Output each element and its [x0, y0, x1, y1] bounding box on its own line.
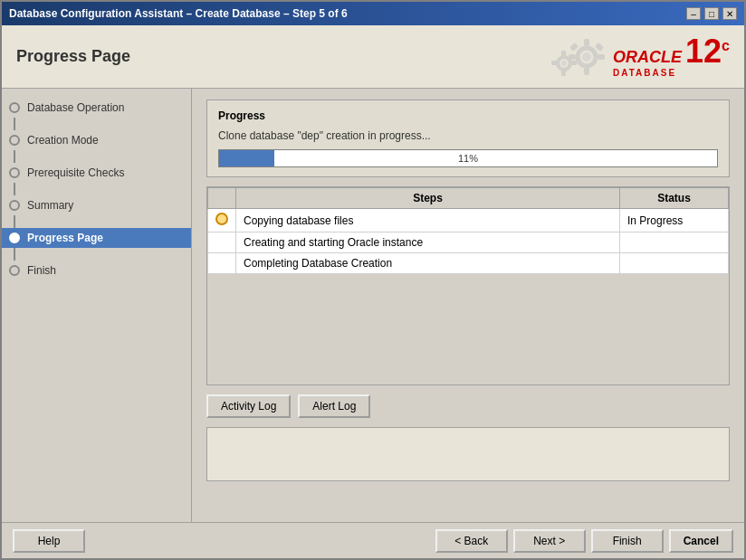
alert-log-button[interactable]: Alert Log: [298, 394, 370, 418]
content-area: Database Operation Creation Mode Prerequ…: [2, 89, 744, 522]
oracle-logo: ORACLE 12c DATABASE: [537, 34, 730, 80]
title-bar: Database Configuration Assistant – Creat…: [2, 2, 744, 25]
nav-line-4: [14, 215, 15, 228]
step-status-1: In Progress: [620, 209, 729, 233]
activity-log-button[interactable]: Activity Log: [206, 394, 291, 418]
svg-point-13: [561, 61, 567, 66]
sidebar-item-progress-page[interactable]: Progress Page: [2, 228, 191, 248]
sidebar-label-5: Progress Page: [27, 232, 103, 244]
log-area: [206, 427, 730, 481]
sidebar-item-database-operation[interactable]: Database Operation: [2, 98, 191, 118]
nav-dot-5: [9, 233, 20, 243]
gear-icon: [537, 34, 609, 80]
close-button[interactable]: ✕: [722, 7, 737, 20]
main-window: Database Configuration Assistant – Creat…: [0, 0, 746, 560]
sidebar-label-3: Prerequisite Checks: [27, 166, 124, 179]
progress-bar-fill: [219, 150, 274, 166]
finish-button[interactable]: Finish: [591, 529, 664, 553]
sidebar-item-creation-mode[interactable]: Creation Mode: [2, 130, 191, 150]
nav-dot-6: [9, 265, 20, 276]
steps-table: Steps Status Copying database files In P…: [207, 187, 729, 274]
window-title: Database Configuration Assistant – Creat…: [9, 7, 348, 20]
step-icon-cell-3: [208, 253, 236, 274]
sidebar: Database Operation Creation Mode Prerequ…: [2, 89, 192, 522]
nav-line-1: [14, 118, 15, 130]
step-icon-cell: [208, 209, 236, 233]
table-row: Creating and starting Oracle instance: [208, 233, 729, 253]
main-content: Progress Clone database "dep" creation i…: [192, 89, 744, 522]
svg-rect-10: [561, 71, 566, 76]
svg-rect-2: [584, 68, 589, 75]
col-steps: Steps: [236, 188, 620, 209]
step-name-1: Copying database files: [236, 209, 620, 233]
sidebar-label-4: Summary: [27, 199, 73, 212]
svg-rect-9: [561, 51, 566, 56]
col-status: Status: [620, 188, 729, 209]
steps-table-container: Steps Status Copying database files In P…: [206, 186, 730, 385]
nav-line-2: [14, 150, 15, 163]
step-status-3: [620, 253, 729, 274]
nav-line-5: [14, 248, 15, 261]
nav-dot-1: [9, 102, 20, 113]
progress-message: Clone database "dep" creation in progres…: [218, 129, 718, 142]
sidebar-item-summary[interactable]: Summary: [2, 195, 191, 215]
sidebar-label-1: Database Operation: [27, 101, 124, 114]
oracle-brand: ORACLE 12c DATABASE: [613, 35, 730, 78]
window-controls: – □ ✕: [686, 7, 737, 20]
back-button[interactable]: < Back: [435, 529, 508, 553]
nav-dot-3: [9, 167, 20, 178]
footer-nav-buttons: < Back Next > Finish Cancel: [435, 529, 733, 553]
maximize-button[interactable]: □: [704, 7, 719, 20]
sidebar-label-6: Finish: [27, 264, 56, 277]
minimize-button[interactable]: –: [686, 7, 701, 20]
sidebar-item-finish[interactable]: Finish: [2, 261, 191, 280]
svg-rect-1: [584, 39, 589, 46]
nav-dot-4: [9, 200, 20, 211]
progress-percent: 11%: [458, 153, 478, 164]
svg-rect-5: [569, 43, 579, 52]
step-status-2: [620, 233, 729, 253]
svg-rect-6: [595, 43, 604, 52]
nav-dot-2: [9, 135, 20, 146]
oracle-version: 12c: [685, 35, 730, 68]
table-row: Completing Database Creation: [208, 253, 729, 274]
step-name-2: Creating and starting Oracle instance: [236, 233, 620, 253]
sidebar-item-prerequisite-checks[interactable]: Prerequisite Checks: [2, 163, 191, 183]
next-button[interactable]: Next >: [513, 529, 586, 553]
step-name-3: Completing Database Creation: [236, 253, 620, 274]
header: Progress Page: [2, 25, 744, 89]
progress-group-title: Progress: [218, 109, 718, 122]
oracle-text: ORACLE: [613, 48, 682, 67]
col-icon: [208, 188, 236, 209]
svg-rect-11: [551, 61, 557, 65]
table-row: Copying database files In Progress: [208, 209, 729, 233]
progress-group: Progress Clone database "dep" creation i…: [206, 100, 730, 177]
svg-point-7: [582, 52, 591, 62]
steps-tbody: Copying database files In Progress Creat…: [208, 209, 729, 274]
step-icon-cell-2: [208, 233, 236, 253]
sidebar-label-2: Creation Mode: [27, 134, 99, 147]
nav-line-3: [14, 183, 15, 195]
svg-rect-4: [598, 54, 605, 60]
cancel-button[interactable]: Cancel: [669, 529, 733, 553]
oracle-database-label: DATABASE: [613, 68, 676, 78]
progress-bar-container: 11%: [218, 149, 718, 167]
footer: Help < Back Next > Finish Cancel: [2, 522, 744, 558]
page-title: Progress Page: [16, 47, 130, 66]
log-button-row: Activity Log Alert Log: [206, 394, 730, 418]
svg-rect-12: [571, 61, 577, 65]
help-button[interactable]: Help: [13, 529, 85, 553]
nav-list: Database Operation Creation Mode Prerequ…: [2, 98, 191, 280]
clock-icon: [215, 213, 228, 225]
